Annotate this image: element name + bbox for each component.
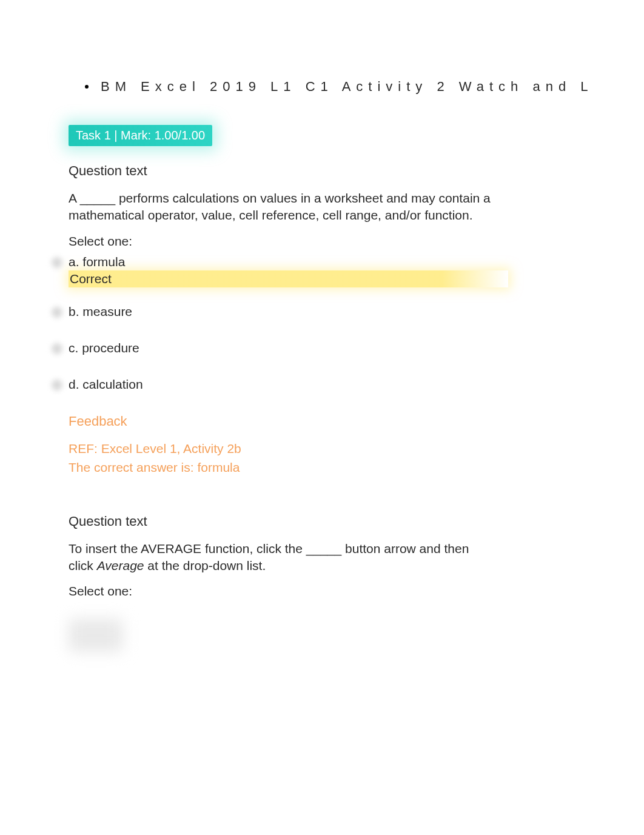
q2-body-italic: Average [97, 558, 144, 572]
question-heading: Question text [69, 514, 595, 529]
feedback-answer: The correct answer is: formula [69, 458, 595, 477]
option-c-row[interactable]: c. procedure [69, 341, 595, 355]
radio-icon[interactable] [52, 380, 62, 391]
option-d-label: d. calculation [69, 377, 143, 392]
select-one-label: Select one: [69, 234, 595, 249]
radio-icon[interactable] [52, 257, 62, 268]
option-d-row[interactable]: d. calculation [69, 377, 595, 392]
blurred-region [69, 619, 123, 652]
breadcrumb: BM Excel 2019 L1 C1 Activity 2 Watch and… [0, 79, 644, 95]
option-a-row[interactable]: a. formula Correct [69, 255, 595, 287]
bullet-icon [85, 85, 89, 89]
feedback-ref: REF: Excel Level 1, Activity 2b [69, 439, 595, 458]
feedback-heading: Feedback [69, 414, 595, 429]
question-heading: Question text [69, 163, 595, 179]
task-mark-badge: Task 1 | Mark: 1.00/1.00 [69, 125, 212, 146]
option-c-label: c. procedure [69, 341, 139, 355]
radio-icon[interactable] [52, 307, 62, 318]
question-body: A _____ performs calculations on values … [69, 190, 505, 224]
select-one-label: Select one: [69, 584, 595, 599]
radio-icon[interactable] [52, 343, 62, 354]
breadcrumb-title[interactable]: BM Excel 2019 L1 C1 Activity 2 Watch and… [101, 79, 594, 95]
option-b-row[interactable]: b. measure [69, 304, 595, 319]
option-b-label: b. measure [69, 304, 132, 319]
answer-options: a. formula Correct b. measure c. procedu… [69, 255, 595, 392]
q2-body-post: at the drop-down list. [144, 558, 266, 572]
question-body: To insert the AVERAGE function, click th… [69, 540, 481, 575]
correct-badge: Correct [69, 270, 508, 287]
option-a-label: a. formula [69, 255, 125, 269]
